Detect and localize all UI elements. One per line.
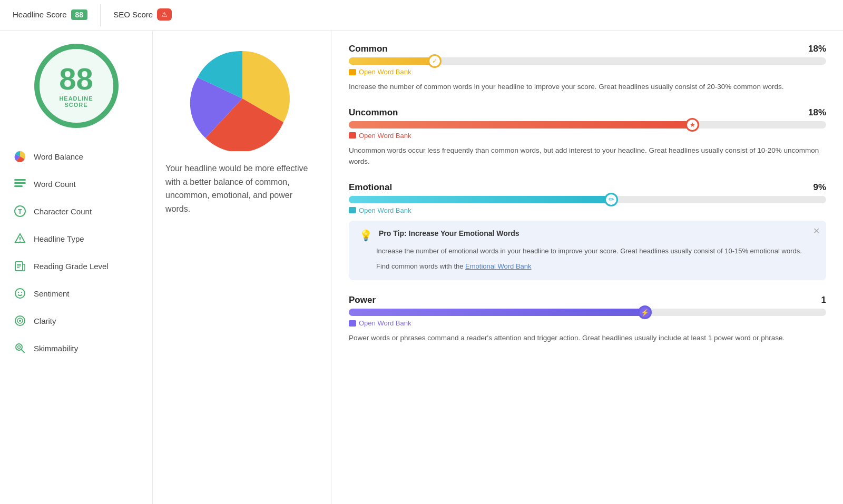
emotional-pct: 9% [813,182,826,193]
sidebar-label-word-balance: Word Balance [34,152,83,161]
common-description: Increase the number of common words in y… [349,81,826,93]
uncommon-bank-icon [349,132,356,139]
word-balance-icon [13,149,27,164]
sidebar-item-headline-type[interactable]: Headline Type [0,225,152,252]
svg-point-13 [15,289,25,298]
sidebar-label-reading-grade: Reading Grade Level [34,262,109,271]
tab-headline[interactable]: Headline Score 88 [0,0,100,31]
sentiment-icon [13,286,27,301]
uncommon-description: Uncommon words occur less frequently tha… [349,145,826,167]
svg-rect-1 [14,179,26,181]
word-count-icon [13,176,27,191]
sidebar: 88 HEADLINESCORE Word Balance [0,31,153,504]
svg-point-21 [18,346,21,349]
common-title: Common [349,44,388,54]
power-description: Power words or phrases command a reader'… [349,332,826,344]
svg-rect-3 [14,185,23,187]
emotional-progress-fill [349,196,611,203]
power-header: Power 1 [349,295,826,305]
word-section-power: Power 1 ⚡ Open Word Bank Power words or … [349,295,826,344]
pro-tip-icon: 💡 [359,229,373,242]
score-circle-container: 88 HEADLINESCORE [0,44,152,128]
sidebar-label-character-count: Character Count [34,207,92,216]
tab-seo[interactable]: SEO Score ⚠ [101,0,184,31]
sidebar-item-skimmability[interactable]: Skimmability [0,334,152,362]
tabs-container: Headline Score 88 SEO Score ⚠ [0,0,843,31]
uncommon-progress-thumb: ★ [685,118,699,132]
tab-headline-label: Headline Score [13,10,67,19]
sidebar-label-headline-type: Headline Type [34,234,84,243]
left-panel-description: Your headline would be more effective wi… [165,162,319,215]
pro-tip-close-button[interactable]: ✕ [813,226,820,236]
power-progress-thumb: ⚡ [638,305,652,319]
pro-tip-link-prefix: Find common words with the [376,262,465,270]
emotional-header: Emotional 9% [349,182,826,193]
score-number: 88 [59,64,93,94]
common-pct: 18% [808,44,826,54]
sidebar-item-character-count[interactable]: T Character Count [0,197,152,225]
sidebar-item-sentiment[interactable]: Sentiment [0,280,152,307]
sidebar-label-clarity: Clarity [34,317,56,325]
emotional-bank-label: Open Word Bank [359,206,411,214]
pro-tip-header: 💡 Pro Tip: Increase Your Emotional Words [359,229,816,242]
uncommon-header: Uncommon 18% [349,107,826,118]
sidebar-item-word-balance[interactable]: Word Balance [0,143,152,170]
uncommon-word-bank-link[interactable]: Open Word Bank [349,132,826,140]
common-progress-bar: ✓ [349,57,826,65]
reading-grade-icon [13,259,27,273]
uncommon-progress-bar: ★ [349,121,826,129]
svg-point-18 [19,320,21,322]
emotional-title: Emotional [349,182,392,193]
word-section-emotional: Emotional 9% ✏ Open Word Bank ✕ 💡 Pro T [349,182,826,281]
clarity-icon [13,313,27,328]
power-progress-fill [349,309,645,316]
sidebar-label-word-count: Word Count [34,180,76,189]
uncommon-progress-fill [349,121,692,129]
svg-point-15 [21,292,22,293]
headline-score-badge: 88 [71,9,88,20]
emotional-progress-bar: ✏ [349,196,826,203]
power-word-bank-link[interactable]: Open Word Bank [349,319,826,327]
headline-type-icon [13,231,27,246]
tab-seo-label: SEO Score [113,10,153,19]
emotional-bank-icon [349,207,356,213]
pro-tip-box: ✕ 💡 Pro Tip: Increase Your Emotional Wor… [349,221,826,281]
pro-tip-emotional-bank-link[interactable]: Emotional Word Bank [465,262,532,270]
common-bank-icon [349,69,356,75]
sidebar-item-word-count[interactable]: Word Count [0,170,152,197]
power-bank-label: Open Word Bank [359,319,411,327]
sidebar-item-reading-grade[interactable]: Reading Grade Level [0,252,152,280]
sidebar-label-skimmability: Skimmability [34,344,78,353]
pie-chart [190,46,295,151]
uncommon-title: Uncommon [349,107,398,118]
pro-tip-body-text: Increase the number of emotional words i… [376,246,816,257]
score-label: HEADLINESCORE [59,95,93,108]
power-title: Power [349,295,376,305]
pie-chart-container [165,46,319,151]
seo-alert-badge: ⚠ [157,8,172,21]
word-section-common: Common 18% ✓ Open Word Bank Increase the… [349,44,826,93]
main-container: 88 HEADLINESCORE Word Balance [0,31,843,504]
score-circle: 88 HEADLINESCORE [34,44,119,128]
svg-point-14 [18,292,19,293]
common-word-bank-link[interactable]: Open Word Bank [349,68,826,76]
pro-tip-link-text: Find common words with the Emotional Wor… [376,261,816,272]
content-area: Your headline would be more effective wi… [153,31,843,504]
sidebar-label-sentiment: Sentiment [34,289,70,298]
power-progress-bar: ⚡ [349,309,826,316]
svg-line-20 [22,350,25,353]
word-section-uncommon: Uncommon 18% ★ Open Word Bank Uncommon w… [349,107,826,167]
svg-point-8 [19,241,21,242]
pro-tip-title: Pro Tip: Increase Your Emotional Words [379,229,519,238]
sidebar-item-clarity[interactable]: Clarity [0,307,152,334]
left-panel: Your headline would be more effective wi… [153,31,332,504]
power-bank-icon [349,320,356,327]
common-progress-fill [349,57,435,65]
common-header: Common 18% [349,44,826,54]
svg-text:T: T [18,207,22,215]
emotional-word-bank-link[interactable]: Open Word Bank [349,206,826,214]
uncommon-bank-label: Open Word Bank [359,132,411,140]
common-bank-label: Open Word Bank [359,68,411,76]
uncommon-pct: 18% [808,107,826,118]
skimmability-icon [13,341,27,355]
